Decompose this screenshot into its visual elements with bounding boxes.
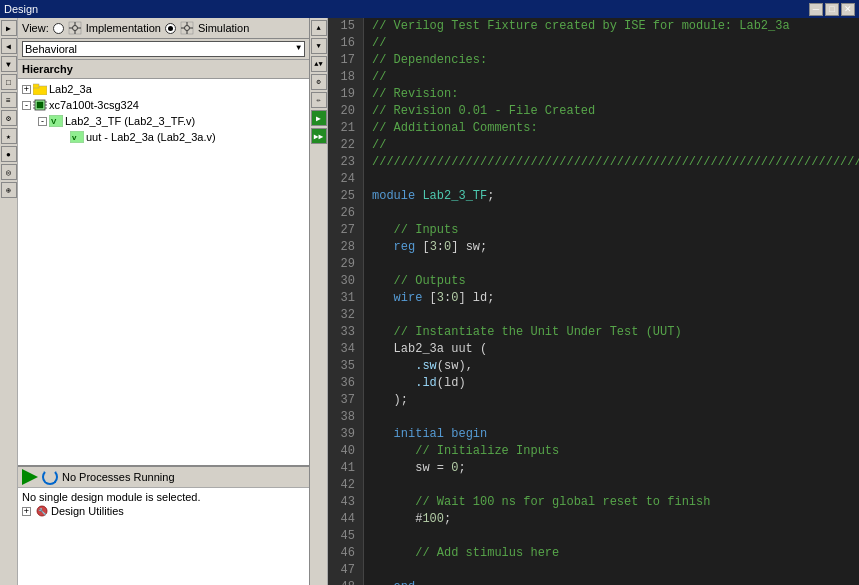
code-line: // Revision 0.01 - File Created <box>372 103 859 120</box>
line-number: 20 <box>332 103 355 120</box>
code-line: // <box>372 137 859 154</box>
code-line: // Revision: <box>372 86 859 103</box>
svg-text:🔧: 🔧 <box>38 507 47 516</box>
line-number: 24 <box>332 171 355 188</box>
line-number: 26 <box>332 205 355 222</box>
sim-gear-icon <box>180 21 194 35</box>
dropdown-row: Behavioral Post-Route <box>18 39 309 60</box>
spinning-icon <box>42 469 58 485</box>
view-row: View: Implementation Simulation <box>18 18 309 39</box>
line-number: 16 <box>332 35 355 52</box>
code-line: // Verilog Test Fixture created by ISE f… <box>372 18 859 35</box>
sidebar-btn-1[interactable]: ▶ <box>1 20 17 36</box>
line-number: 32 <box>332 307 355 324</box>
code-line: ); <box>372 392 859 409</box>
folder-icon-1 <box>33 82 47 96</box>
line-number: 33 <box>332 324 355 341</box>
minimize-button[interactable]: ─ <box>809 3 823 16</box>
main-content: ▶ ◀ ▼ □ ≡ ⚙ ★ ● ◎ ⊕ View: Implementation <box>0 18 859 585</box>
code-line: initial begin <box>372 426 859 443</box>
line-number: 47 <box>332 562 355 579</box>
code-line: // <box>372 35 859 52</box>
sidebar-btn-5[interactable]: ≡ <box>1 92 17 108</box>
process-status: No Processes Running <box>62 471 175 483</box>
behavioral-dropdown[interactable]: Behavioral Post-Route <box>22 41 305 57</box>
code-line: // Dependencies: <box>372 52 859 69</box>
tree-item-lab2-3-tf[interactable]: - V Lab2_3_TF (Lab2_3_TF.v) <box>18 113 309 129</box>
code-line <box>372 477 859 494</box>
line-number: 25 <box>332 188 355 205</box>
impl-radio[interactable] <box>53 23 64 34</box>
hierarchy-section: Hierarchy + Lab2_3a - <box>18 60 309 465</box>
bottom-left-panel: No Processes Running No single design mo… <box>18 465 309 585</box>
line-number: 23 <box>332 154 355 171</box>
no-module-message: No single design module is selected. <box>22 491 305 503</box>
line-number: 42 <box>332 477 355 494</box>
window-controls[interactable]: ─ □ ✕ <box>809 3 855 16</box>
sidebar-btn-4[interactable]: □ <box>1 74 17 90</box>
run-button[interactable] <box>22 469 38 485</box>
hierarchy-header: Hierarchy <box>18 60 309 79</box>
code-line <box>372 307 859 324</box>
mid-btn-6[interactable]: ▶ <box>311 110 327 126</box>
left-panel: View: Implementation Simulation <box>18 18 310 585</box>
tree-item-lab2-3a[interactable]: + Lab2_3a <box>18 81 309 97</box>
mid-btn-2[interactable]: ▼ <box>311 38 327 54</box>
mid-btn-4[interactable]: ⚙ <box>311 74 327 90</box>
expand-icon-1[interactable]: + <box>22 85 31 94</box>
line-number: 43 <box>332 494 355 511</box>
bottom-toolbar: No Processes Running <box>18 467 309 488</box>
tree-label-lab2-3-tf: Lab2_3_TF (Lab2_3_TF.v) <box>65 115 195 127</box>
mid-btn-7[interactable]: ▶▶ <box>311 128 327 144</box>
code-line: // Initialize Inputs <box>372 443 859 460</box>
line-number: 31 <box>332 290 355 307</box>
code-line: // Wait 100 ns for global reset to finis… <box>372 494 859 511</box>
close-button[interactable]: ✕ <box>841 3 855 16</box>
line-number: 46 <box>332 545 355 562</box>
line-number: 22 <box>332 137 355 154</box>
code-editor: 1516171819202122232425262728293031323334… <box>328 18 859 585</box>
line-number: 18 <box>332 69 355 86</box>
line-number: 38 <box>332 409 355 426</box>
expand-icon-2[interactable]: - <box>22 101 31 110</box>
svg-rect-13 <box>33 84 39 88</box>
mid-btn-3[interactable]: ▲▼ <box>311 56 327 72</box>
line-number: 21 <box>332 120 355 137</box>
code-line: // Additional Comments: <box>372 120 859 137</box>
line-number: 17 <box>332 52 355 69</box>
side-icon-bar: ▶ ◀ ▼ □ ≡ ⚙ ★ ● ◎ ⊕ <box>0 18 18 585</box>
sidebar-btn-6[interactable]: ⚙ <box>1 110 17 126</box>
sidebar-btn-7[interactable]: ★ <box>1 128 17 144</box>
title-bar: Design ─ □ ✕ <box>0 0 859 18</box>
code-line: ////////////////////////////////////////… <box>372 154 859 171</box>
code-scrollable[interactable]: 1516171819202122232425262728293031323334… <box>328 18 859 585</box>
code-line: // Outputs <box>372 273 859 290</box>
tree-item-uut[interactable]: v uut - Lab2_3a (Lab2_3a.v) <box>18 129 309 145</box>
sidebar-btn-2[interactable]: ◀ <box>1 38 17 54</box>
expand-icon-3[interactable]: - <box>38 117 47 126</box>
code-content[interactable]: // Verilog Test Fixture created by ISE f… <box>364 18 859 585</box>
impl-label: Implementation <box>86 22 161 34</box>
tree-label-lab2-3a: Lab2_3a <box>49 83 92 95</box>
code-line: reg [3:0] sw; <box>372 239 859 256</box>
line-number: 45 <box>332 528 355 545</box>
sidebar-btn-8[interactable]: ● <box>1 146 17 162</box>
line-number: 48 <box>332 579 355 585</box>
sim-radio[interactable] <box>165 23 176 34</box>
code-line <box>372 409 859 426</box>
mid-btn-5[interactable]: ✏ <box>311 92 327 108</box>
utilities-expand[interactable]: + <box>22 507 31 516</box>
mid-btn-1[interactable]: ▲ <box>311 20 327 36</box>
maximize-button[interactable]: □ <box>825 3 839 16</box>
verilog-icon-1: V <box>49 114 63 128</box>
line-numbers: 1516171819202122232425262728293031323334… <box>328 18 364 585</box>
sidebar-btn-10[interactable]: ⊕ <box>1 182 17 198</box>
sidebar-btn-9[interactable]: ◎ <box>1 164 17 180</box>
tree-item-xc7a[interactable]: - xc7a100t-3csg324 <box>18 97 309 113</box>
line-number: 30 <box>332 273 355 290</box>
code-line: // Inputs <box>372 222 859 239</box>
sidebar-btn-3[interactable]: ▼ <box>1 56 17 72</box>
svg-text:v: v <box>72 133 77 142</box>
line-number: 37 <box>332 392 355 409</box>
line-number: 15 <box>332 18 355 35</box>
